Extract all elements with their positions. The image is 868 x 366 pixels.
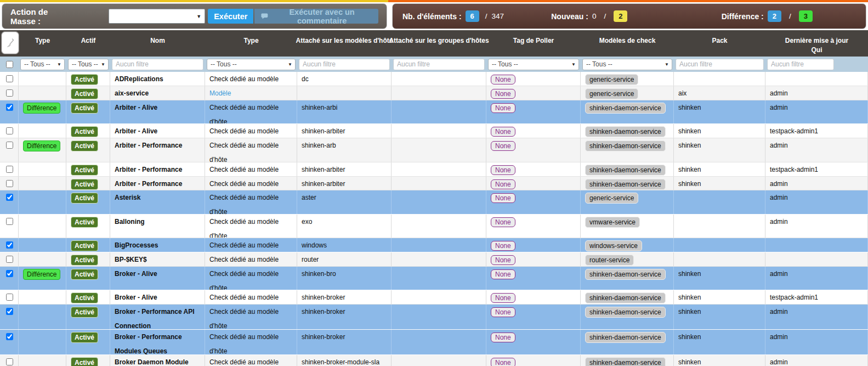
qui: testpack-admin1 [765,290,868,304]
row-select-checkbox[interactable] [6,256,13,263]
check-template-badge: generic-service [585,193,638,204]
filter-poller-tag-select[interactable]: -- Tous -- ▼ [488,59,579,70]
filter-check-template-select[interactable]: -- Tous -- ▼ [582,59,672,70]
poller-tag-cell: None [486,215,581,238]
filter-pack-input[interactable] [676,59,764,70]
table-body: ActivéADReplicationsCheck dédié au modèl… [0,72,868,366]
row-select-checkbox[interactable] [6,218,13,225]
poller-tag-badge: None [491,89,515,99]
filter-cell-host-template [297,59,392,70]
row-checkbox-cell [0,215,19,238]
elements-count-group: Nb. d'éléments : 6 / 347 [402,10,506,22]
row-type-badge-cell [19,330,66,354]
accent-strip-yellow [0,0,388,2]
header-cell-tools [0,30,19,57]
difference-badge: Différence [23,140,60,151]
table-row: ActivéBalloningCheck dédié au modèle d'h… [0,215,868,238]
row-select-checkbox[interactable] [6,166,13,173]
clear-filters-button[interactable] [2,32,19,54]
row-select-checkbox[interactable] [6,104,13,111]
row-type-badge-cell [19,162,66,176]
active-badge: Activé [71,193,98,204]
row-actif-cell: Activé [66,124,110,138]
row-type-badge-cell [19,72,66,86]
check-template-badge: shinken-daemon-service [585,332,666,343]
host-groups [392,330,486,354]
service-name: Broker - Alive [110,267,205,290]
poller-tag-cell: None [486,238,581,252]
filter-type-select[interactable]: -- Tous -- ▼ [20,59,65,70]
pack [674,252,765,266]
row-select-checkbox[interactable] [6,308,13,315]
filter-cell-type-badge: -- Tous -- ▼ [19,59,66,70]
filter-type-select-value: -- Tous -- [24,60,50,68]
row-select-checkbox[interactable] [6,358,13,365]
host-template: router [297,252,392,266]
select-all-checkbox[interactable] [6,61,13,68]
service-type: Check dédié au modèle d'hôte [205,330,297,354]
filter-actif-select[interactable]: -- Tous -- ▼ [68,59,109,70]
service-type: Check dédié au modèle d'hôte [205,215,297,238]
row-select-checkbox[interactable] [6,127,13,134]
filter-cell-actif: -- Tous -- ▼ [66,59,110,70]
host-template: shinken-arbiter [297,124,392,138]
check-template-cell: shinken-daemon-service [581,267,674,290]
table-row: ActivéBroker Daemon Module SLACheck dédi… [0,355,868,366]
row-checkbox-cell [0,355,19,366]
header-host-templates: Attaché sur les modèles d'hôte [297,30,392,57]
host-groups [392,238,486,252]
stats-panel: Nb. d'éléments : 6 / 347 Nouveau : 0 / 2… [392,3,866,29]
pack: shinken [674,355,765,366]
row-select-checkbox[interactable] [6,89,13,97]
row-select-checkbox[interactable] [6,241,13,249]
filter-type2-select[interactable]: -- Tous -- ▼ [207,59,296,70]
row-checkbox-cell [0,124,19,138]
row-checkbox-cell [0,238,19,252]
row-checkbox-cell [0,190,19,214]
row-select-checkbox[interactable] [6,333,13,340]
filter-host-template-input[interactable] [299,59,390,70]
filter-qui-input[interactable] [767,59,834,70]
header-host-groups: Attaché sur les groupes d'hôtes [392,30,486,57]
execute-button[interactable]: Exécuter [208,9,253,24]
row-select-checkbox[interactable] [6,270,13,277]
qui: admin [765,86,868,100]
row-actif-cell: Activé [66,86,110,100]
service-type: Modèle [205,86,297,100]
service-type: Check dédié au modèle d'hôte [205,138,297,162]
new-count-label: Nouveau : [551,12,588,21]
active-badge: Activé [71,126,98,137]
poller-tag-cell: None [486,100,581,123]
elements-total: 347 [492,12,504,20]
service-name: Balloning [110,215,205,238]
qui: admin [765,330,868,354]
check-template-badge: shinken-daemon-service [585,103,666,114]
active-badge: Activé [71,307,98,318]
row-select-checkbox[interactable] [6,194,13,201]
host-groups [392,162,486,176]
difference-total-badge: 3 [799,10,813,22]
new-separator: / [604,12,606,20]
poller-tag-cell: None [486,252,581,266]
row-select-checkbox[interactable] [6,294,13,301]
filter-host-groups-input[interactable] [393,59,485,70]
row-checkbox-cell [0,86,19,100]
row-actif-cell: Activé [66,138,110,162]
qui: testpack-admin1 [765,124,868,138]
filter-cell-host-groups [392,59,486,70]
row-select-checkbox[interactable] [6,180,13,187]
service-type-link[interactable]: Modèle [209,89,231,97]
execute-with-comment-button[interactable]: Exécuter avec un commentaire [254,9,378,24]
mass-action-label: Action de Masse : [10,7,70,26]
row-select-checkbox[interactable] [6,142,13,149]
row-select-checkbox[interactable] [6,75,13,82]
filter-check-template-select-value: -- Tous -- [586,60,612,68]
poller-tag-cell: None [486,267,581,290]
qui: admin [765,215,868,238]
row-checkbox-cell [0,305,19,329]
poller-tag-badge: None [491,193,515,203]
elements-separator: / [485,12,487,20]
mass-action-select[interactable]: ▼ [109,9,205,24]
filter-nom-input[interactable] [112,59,203,70]
pack [674,190,765,214]
